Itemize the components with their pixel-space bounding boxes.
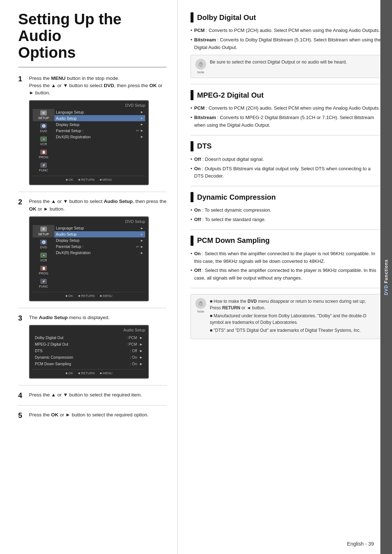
note-svg	[197, 61, 204, 68]
menu-row-audio: Audio Setup►	[54, 115, 145, 121]
bottom-note-icon-area: Note	[195, 298, 206, 313]
section-dts: DTS Off : Doesn't output digital signal.…	[191, 141, 381, 180]
page-footer: English - 39	[347, 541, 374, 547]
section-pcm-down: PCM Down Sampling On : Select this when …	[191, 236, 381, 282]
step-number-2: 2	[18, 198, 22, 206]
menu-row-divx: DivX(R) Registration►	[54, 134, 145, 140]
separator-4	[18, 405, 167, 406]
sidebar-item-func: ⚡ FUNC	[33, 161, 54, 174]
audio-row-pcm: PCM Down Sampling : On►	[33, 360, 145, 367]
bottom-note-label: Note	[197, 310, 204, 313]
left-column: Setting Up the Audio Options 1 Press the…	[0, 0, 178, 554]
section-title-dolby: Dolby Digital Out	[197, 13, 256, 22]
audio-row-mpeg2: MPEG-2 Digital Out : PCM►	[33, 341, 145, 347]
separator-r1	[191, 84, 381, 84]
step-number-4: 4	[18, 391, 22, 400]
bottom-note-box: Note ■ How to make the DVD menu disappea…	[191, 294, 381, 339]
note-box-dolby: Note Be sure to select the correct Digit…	[191, 55, 381, 78]
audio-row-dynamic: Dynamic Compression : On►	[33, 354, 145, 360]
dynamic-on-bullet: On : To select dynamic compression.	[191, 207, 381, 214]
note-text-dolby: Be sure to select the correct Digital Ou…	[210, 59, 347, 66]
sidebar-item-prog-2: 📋 PROG	[33, 264, 54, 277]
pcm-on-bullet: On : Select this when the amplifier conn…	[191, 250, 381, 265]
section-title-dts: DTS	[197, 142, 212, 150]
func-icon: ⚡	[40, 163, 47, 168]
sidebar-item-vcr: 📼 VCR	[33, 135, 54, 147]
dynamic-off-bullet: Off : To select the standard range.	[191, 216, 381, 224]
section-header-dynamic: Dynamic Compression	[191, 192, 381, 202]
separator-3	[18, 385, 167, 386]
dvd-icon: 💿	[40, 123, 47, 129]
sidebar-item-dvd: 💿 DVD	[33, 122, 54, 134]
dvd-functions-tab: DVD Functions	[380, 0, 392, 554]
section-dolby: Dolby Digital Out PCM : Converts to PCM …	[191, 12, 381, 78]
sidebar-item-setup-2: ⚙ SETUP	[33, 225, 54, 237]
section-body-pcm: On : Select this when the amplifier conn…	[191, 250, 381, 282]
section-title-pcm: PCM Down Sampling	[197, 236, 270, 245]
separator-r4	[191, 229, 381, 230]
separator-1	[18, 192, 167, 192]
prog-icon: 📋	[40, 150, 47, 155]
dvd-menu-1-sidebar: ⚙ SETUP 💿 DVD 📼 VCR 📋	[33, 109, 54, 174]
menu-row-parental-2: Parental Setup :↩ ►	[54, 244, 145, 250]
menu-row-display-2: Display Setup►	[54, 237, 145, 244]
dts-off-bullet: Off : Doesn't output digital signal.	[191, 156, 381, 163]
audio-row-dts: DTS : Off►	[33, 347, 145, 354]
section-bar-dynamic	[191, 192, 193, 202]
dvd-menu-1-footer: ■ OK ■ RETURN ■ MENU	[33, 176, 145, 182]
note-icon-area: Note	[195, 59, 206, 74]
note-label-dolby: Note	[197, 70, 204, 74]
dvd-menu-2-body: ⚙ SETUP 💿 DVD 📼 VCR 📋	[33, 225, 145, 290]
dvd-menu-2-content: Language Setup► Audio Setup► Display Set…	[54, 225, 145, 290]
section-body-dolby: PCM : Converts to PCM (2CH) audio. Selec…	[191, 27, 381, 51]
bottom-note-p1: ■ How to make the DVD menu disappear or …	[210, 298, 376, 311]
sidebar-item-dvd-2: 💿 DVD	[33, 238, 54, 250]
separator-r5	[191, 288, 381, 288]
audio-row-dolby: Dolby Digital Out : PCM►	[33, 334, 145, 341]
bottom-note-svg	[197, 300, 204, 307]
pcm-off-bullet: Off : Select this when the amplifier con…	[191, 267, 381, 282]
menu-row-audio-2: Audio Setup►	[54, 231, 145, 237]
step-number-3: 3	[18, 314, 22, 322]
dvd-menu-1: DVD Setup ⚙ SETUP 💿 DVD 📼 VCR	[29, 100, 149, 185]
section-header-dolby: Dolby Digital Out	[191, 12, 381, 23]
dolby-pcm-bullet: PCM : Converts to PCM (2CH) audio. Selec…	[191, 27, 381, 34]
step-2-text: Press the ▲ or ▼ button to select Audio …	[29, 198, 167, 213]
bottom-note-p2: ■ Manufactured under license from Dolby …	[210, 313, 376, 326]
dvd-menu-1-body: ⚙ SETUP 💿 DVD 📼 VCR 📋	[33, 109, 145, 174]
section-bar-mpeg2	[191, 90, 193, 100]
bottom-note-content: ■ How to make the DVD menu disappear or …	[210, 298, 376, 335]
step-1-text: Press the MENU button in the stop mode. …	[29, 75, 167, 97]
dvd-menu-2-header: DVD Setup	[33, 219, 145, 224]
section-title-dynamic: Dynamic Compression	[197, 193, 276, 201]
section-bar-dts	[191, 141, 193, 151]
step-4-text: Press the ▲ or ▼ button to select the re…	[29, 391, 167, 399]
mpeg2-pcm-bullet: PCM : Converts to PCM (2CH) audio. Selec…	[191, 105, 381, 112]
page-title: Setting Up the Audio Options	[18, 11, 167, 68]
section-title-mpeg2: MPEG-2 Digital Out	[197, 91, 264, 99]
section-mpeg2: MPEG-2 Digital Out PCM : Converts to PCM…	[191, 90, 381, 129]
sidebar-item-prog: 📋 PROG	[33, 148, 54, 160]
section-body-dts: Off : Doesn't output digital signal. On …	[191, 156, 381, 180]
separator-r2	[191, 135, 381, 135]
note-icon-dolby	[195, 59, 206, 70]
menu-row-divx-2: DivX(R) Registration►	[54, 250, 145, 256]
section-dynamic: Dynamic Compression On : To select dynam…	[191, 192, 381, 224]
audio-setup-footer: ■ OK ■ RETURN ■ MENU	[33, 369, 145, 375]
step-1: 1 Press the MENU button in the stop mode…	[18, 75, 167, 186]
dvd-icon-2: 💿	[40, 240, 47, 245]
vcr-icon: 📼	[40, 137, 47, 142]
dvd-menu-1-content: Language Setup► Audio Setup► Display Set…	[54, 109, 145, 174]
separator-r3	[191, 186, 381, 186]
sidebar-item-setup: ⚙ SETUP	[33, 109, 54, 121]
section-bar-dolby	[191, 12, 193, 23]
vcr-icon-2: 📼	[40, 253, 47, 258]
dolby-bitstream-bullet: Bitstream : Converts to Dolby Digital Bi…	[191, 36, 381, 52]
section-header-dts: DTS	[191, 141, 381, 151]
step-5: 5 Press the OK or ► button to select the…	[18, 411, 167, 419]
dvd-menu-1-header: DVD Setup	[33, 103, 145, 107]
section-body-mpeg2: PCM : Converts to PCM (2CH) audio. Selec…	[191, 105, 381, 129]
menu-row-parental: Parental Setup :↩ ►	[54, 127, 145, 134]
step-3: 3 The Audio Setup menu is displayed. Aud…	[18, 314, 167, 379]
dvd-menu-2-footer: ■ OK ■ RETURN ■ MENU	[33, 292, 145, 298]
